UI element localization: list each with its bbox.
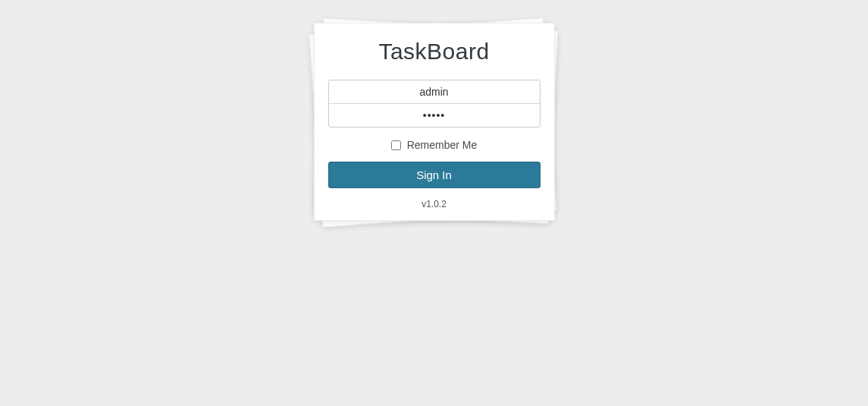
- password-input[interactable]: [329, 104, 540, 127]
- login-card: TaskBoard Remember Me Sign In v1.0.2: [314, 23, 555, 221]
- remember-label[interactable]: Remember Me: [407, 139, 478, 151]
- input-group: [328, 80, 541, 127]
- username-input[interactable]: [329, 80, 540, 104]
- remember-checkbox[interactable]: [391, 140, 401, 150]
- version-label: v1.0.2: [328, 199, 541, 209]
- app-title: TaskBoard: [328, 39, 541, 65]
- remember-row: Remember Me: [328, 138, 541, 151]
- signin-button[interactable]: Sign In: [328, 162, 541, 188]
